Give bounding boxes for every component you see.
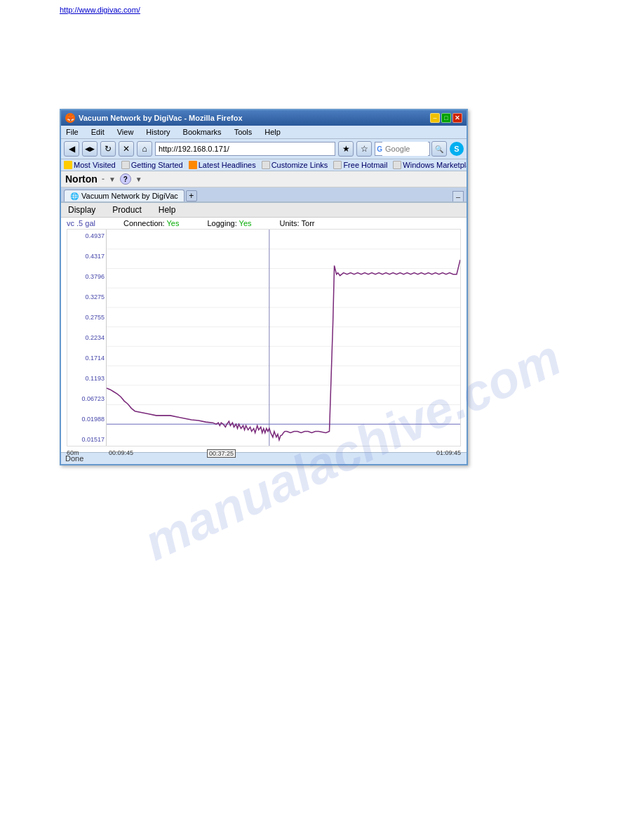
menu-edit[interactable]: Edit: [89, 127, 107, 137]
page-content: Display Product Help vc .5 gal Connectio…: [61, 201, 467, 452]
most-visited-icon: [64, 161, 72, 169]
help-icon[interactable]: ?: [120, 173, 131, 185]
active-tab[interactable]: 🌐 Vacuum Network by DigiVac: [64, 190, 185, 201]
y-label-9: 0.01988: [69, 416, 105, 423]
tab-favicon: 🌐: [70, 192, 79, 200]
close-button[interactable]: ✕: [452, 113, 462, 123]
browser-title: Vacuum Network by DigiVac - Mozilla Fire…: [79, 114, 243, 122]
chart-inner: 0.4937 0.4317 0.3796 0.3275 0.2755 0.223…: [67, 230, 460, 446]
back-button[interactable]: ◀: [64, 141, 79, 157]
norton-dropdown-arrow[interactable]: ▼: [109, 176, 116, 183]
bookmark-star[interactable]: ☆: [356, 141, 372, 157]
menu-bookmarks[interactable]: Bookmarks: [181, 127, 224, 137]
y-label-8: 0.06723: [69, 395, 105, 402]
chart-plot: [106, 230, 460, 446]
connection-status: Connection: Yes: [123, 219, 180, 227]
bookmark-getting-started[interactable]: Getting Started: [121, 161, 183, 169]
getting-started-icon: [121, 161, 130, 169]
y-label-0: 0.4937: [69, 232, 105, 239]
tab-bar: 🌐 Vacuum Network by DigiVac + –: [61, 187, 467, 201]
logging-status: Logging: Yes: [208, 219, 252, 227]
address-bar[interactable]: http://192.168.0.171/: [155, 142, 335, 156]
bookmark-customize-links-label: Customize Links: [271, 161, 328, 169]
app-menu-product[interactable]: Product: [109, 204, 144, 216]
bookmark-windows-marketplace[interactable]: Windows Marketplace: [393, 161, 467, 169]
menu-tools[interactable]: Tools: [232, 127, 255, 137]
y-label-3: 0.3275: [69, 293, 105, 300]
chart-container: 0.4937 0.4317 0.3796 0.3275 0.2755 0.223…: [67, 229, 461, 446]
customize-links-icon: [262, 161, 270, 169]
x-label-60m: 60m: [67, 449, 79, 456]
search-input[interactable]: [382, 142, 428, 156]
search-area: G 🔍: [375, 141, 447, 157]
y-label-1: 0.4317: [69, 253, 105, 260]
help-dropdown-arrow[interactable]: ▼: [135, 176, 142, 183]
search-button[interactable]: 🔍: [431, 141, 447, 157]
bookmark-latest-headlines-label: Latest Headlines: [199, 161, 256, 169]
y-label-7: 0.1193: [69, 375, 105, 382]
forward-button[interactable]: ◀▶: [82, 141, 98, 157]
stop-button[interactable]: ✕: [119, 141, 134, 157]
norton-dash: -: [102, 174, 105, 184]
app-toolbar: Display Product Help: [61, 203, 467, 218]
browser-window: 🦊 Vacuum Network by DigiVac - Mozilla Fi…: [60, 109, 468, 465]
x-label-time1: 00:09:45: [109, 449, 133, 456]
units-label: Units:: [280, 219, 300, 227]
google-icon: G: [377, 145, 382, 153]
y-label-10: 0.01517: [69, 436, 105, 443]
logging-value: Yes: [239, 219, 252, 227]
tab-close-bar[interactable]: –: [452, 191, 464, 201]
app-menu-display[interactable]: Display: [65, 204, 98, 216]
chart-svg: [107, 230, 460, 446]
minimize-button[interactable]: –: [430, 113, 440, 123]
connection-label: Connection:: [123, 219, 165, 227]
home-button[interactable]: ⌂: [137, 141, 152, 157]
y-label-6: 0.1714: [69, 355, 105, 362]
vc-label: vc .5 gal: [67, 219, 95, 227]
norton-bar: Norton - ▼ ? ▼: [61, 171, 467, 187]
menu-file[interactable]: File: [64, 127, 81, 137]
logging-label: Logging:: [208, 219, 237, 227]
bookmark-most-visited-label: Most Visited: [74, 161, 116, 169]
title-bar-controls: – □ ✕: [430, 113, 462, 123]
bookmarks-bar: Most Visited Getting Started Latest Head…: [61, 159, 467, 171]
bookmark-latest-headlines[interactable]: Latest Headlines: [189, 161, 256, 169]
firefox-icon: 🦊: [65, 113, 75, 123]
address-text: http://192.168.0.171/: [159, 145, 229, 153]
menu-view[interactable]: View: [115, 127, 136, 137]
x-label-time3: 01:09:45: [436, 449, 461, 456]
bookmark-free-hotmail[interactable]: Free Hotmail: [333, 161, 387, 169]
browser-menu-bar: File Edit View History Bookmarks Tools H…: [61, 126, 467, 139]
x-label-time2: 00:37:25: [207, 449, 236, 458]
bookmark-windows-marketplace-label: Windows Marketplace: [403, 161, 467, 169]
units-value: Torr: [302, 219, 315, 227]
title-bar: 🦊 Vacuum Network by DigiVac - Mozilla Fi…: [61, 110, 467, 126]
refresh-button[interactable]: ↻: [100, 141, 116, 157]
units-status: Units: Torr: [280, 219, 315, 227]
windows-marketplace-icon: [393, 161, 401, 169]
top-link[interactable]: http://www.digivac.com/: [0, 0, 644, 18]
y-axis: 0.4937 0.4317 0.3796 0.3275 0.2755 0.223…: [67, 230, 106, 446]
y-label-5: 0.2234: [69, 334, 105, 341]
menu-history[interactable]: History: [144, 127, 172, 137]
norton-logo: Norton: [65, 173, 98, 185]
skype-icon[interactable]: S: [450, 142, 464, 156]
bookmark-customize-links[interactable]: Customize Links: [262, 161, 328, 169]
new-tab-button[interactable]: +: [186, 190, 197, 201]
maximize-button[interactable]: □: [441, 113, 451, 123]
connection-value: Yes: [167, 219, 180, 227]
app-menu-help[interactable]: Help: [156, 204, 179, 216]
y-label-4: 0.2755: [69, 314, 105, 321]
x-axis: 60m 00:09:45 00:37:25 01:09:45: [67, 449, 461, 452]
title-bar-left: 🦊 Vacuum Network by DigiVac - Mozilla Fi…: [65, 113, 243, 123]
bookmark-getting-started-label: Getting Started: [131, 161, 183, 169]
menu-help[interactable]: Help: [262, 127, 283, 137]
tab-label: Vacuum Network by DigiVac: [81, 192, 178, 200]
bookmark-most-visited[interactable]: Most Visited: [64, 161, 116, 169]
go-button[interactable]: ★: [338, 141, 354, 157]
y-label-2: 0.3796: [69, 273, 105, 280]
free-hotmail-icon: [333, 161, 342, 169]
browser-toolbar: ◀ ◀▶ ↻ ✕ ⌂ http://192.168.0.171/ ★ ☆ G 🔍…: [61, 139, 467, 159]
bookmark-free-hotmail-label: Free Hotmail: [343, 161, 387, 169]
latest-headlines-icon: [189, 161, 197, 169]
